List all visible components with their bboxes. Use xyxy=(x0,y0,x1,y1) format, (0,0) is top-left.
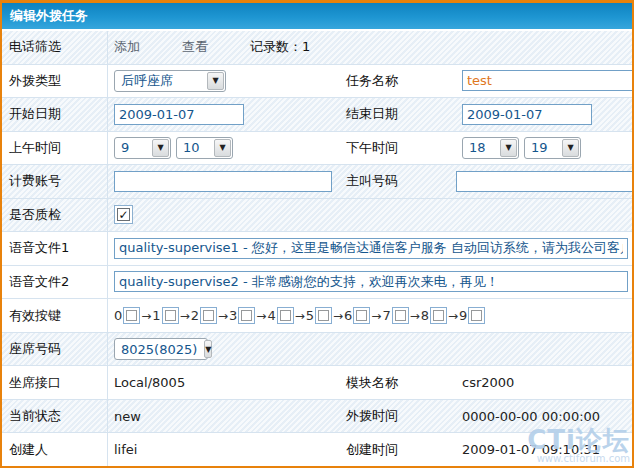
voice-file1-input[interactable] xyxy=(114,238,628,259)
task-name-label: 任务名称 xyxy=(346,72,462,90)
agent-number-value: 8025(8025) xyxy=(115,342,203,357)
voice-file2-label: 语音文件2 xyxy=(2,266,108,299)
key-2-checkbox[interactable] xyxy=(200,307,217,324)
chevron-down-icon[interactable]: ▼ xyxy=(562,139,579,157)
valid-keys-group: 0 → 1 → 2 → 3 → 4 → 5 → 6 → 7 → 8 xyxy=(114,307,485,324)
outbound-type-select[interactable]: 后呼座席 ▼ xyxy=(114,70,226,92)
row-billing-caller: 计费账号 主叫号码 xyxy=(2,165,632,199)
chevron-down-icon[interactable]: ▼ xyxy=(500,139,517,157)
key-1-checkbox[interactable] xyxy=(162,307,179,324)
row-creator-createtime: 创建人 lifei 创建时间 2009-01-07 09:10:31 xyxy=(2,433,632,466)
key-7-checkbox[interactable] xyxy=(392,307,409,324)
end-date-label: 结束日期 xyxy=(346,105,462,123)
chevron-down-icon[interactable]: ▼ xyxy=(152,139,169,157)
row-voice-file1: 语音文件1 xyxy=(2,232,632,266)
window-title-bar: 编辑外拨任务 xyxy=(2,3,632,29)
am-time-from-select[interactable]: 9 ▼ xyxy=(114,137,171,159)
agent-interface-label: 坐席接口 xyxy=(2,366,108,399)
row-valid-keys: 有效按键 0 → 1 → 2 → 3 → 4 → 5 → 6 → 7 xyxy=(2,299,632,333)
edit-outbound-task-window: 编辑外拨任务 电话筛选 添加 查看 记录数：1 外拨类型 后呼座席 ▼ 任务名称 xyxy=(0,0,634,468)
row-times: 上午时间 9 ▼ 10 ▼ 下午时间 18 ▼ 19 ▼ xyxy=(2,132,632,166)
checkmark-icon: ✓ xyxy=(117,208,130,221)
record-count: 记录数：1 xyxy=(250,38,310,56)
am-time-from-value: 9 xyxy=(115,140,151,155)
caller-number-input[interactable] xyxy=(456,171,634,192)
pm-time-from-value: 18 xyxy=(463,140,499,155)
row-quality-check: 是否质检 ✓ xyxy=(2,199,632,233)
arrow-right-icon: → xyxy=(180,309,190,323)
module-name-value: csr2000 xyxy=(462,375,514,390)
outbound-type-value: 后呼座席 xyxy=(115,72,206,90)
view-button[interactable]: 查看 xyxy=(182,38,208,56)
quality-check-checkbox[interactable]: ✓ xyxy=(114,205,133,224)
phone-filter-label: 电话筛选 xyxy=(2,31,108,64)
row-type-taskname: 外拨类型 后呼座席 ▼ 任务名称 xyxy=(2,65,632,99)
pm-time-from-select[interactable]: 18 ▼ xyxy=(462,137,519,159)
key-8-checkbox[interactable] xyxy=(430,307,447,324)
key-9-checkbox[interactable] xyxy=(468,307,485,324)
voice-file2-input[interactable] xyxy=(114,271,628,292)
billing-account-input[interactable] xyxy=(114,171,332,192)
valid-keys-label: 有效按键 xyxy=(2,299,108,332)
add-button[interactable]: 添加 xyxy=(114,38,140,56)
arrow-right-icon: → xyxy=(295,309,305,323)
key-digit: 6 xyxy=(344,308,352,323)
start-date-label: 开始日期 xyxy=(2,98,108,131)
row-dates: 开始日期 结束日期 xyxy=(2,98,632,132)
pm-time-label: 下午时间 xyxy=(346,139,462,157)
row-agent-number: 座席号码 8025(8025) ▼ xyxy=(2,333,632,367)
arrow-right-icon: → xyxy=(333,309,343,323)
arrow-right-icon: → xyxy=(141,309,151,323)
current-status-label: 当前状态 xyxy=(2,400,108,433)
key-digit: 3 xyxy=(229,308,237,323)
arrow-right-icon: → xyxy=(448,309,458,323)
outbound-time-label: 外拨时间 xyxy=(346,407,462,425)
quality-check-label: 是否质检 xyxy=(2,199,108,232)
arrow-right-icon: → xyxy=(410,309,420,323)
form-table: 电话筛选 添加 查看 记录数：1 外拨类型 后呼座席 ▼ 任务名称 开始日 xyxy=(2,31,632,466)
row-interface-module: 坐席接口 Local/8005 模块名称 csr2000 xyxy=(2,366,632,400)
agent-number-select[interactable]: 8025(8025) ▼ xyxy=(114,338,208,360)
key-0-checkbox[interactable] xyxy=(123,307,140,324)
key-digit: 9 xyxy=(459,308,467,323)
key-4-checkbox[interactable] xyxy=(277,307,294,324)
pm-time-to-value: 19 xyxy=(525,140,561,155)
arrow-right-icon: → xyxy=(218,309,228,323)
key-digit: 0 xyxy=(114,308,122,323)
key-5-checkbox[interactable] xyxy=(315,307,332,324)
row-phone-filter: 电话筛选 添加 查看 记录数：1 xyxy=(2,31,632,65)
create-time-label: 创建时间 xyxy=(346,441,462,459)
pm-time-to-select[interactable]: 19 ▼ xyxy=(524,137,581,159)
end-date-input[interactable] xyxy=(462,104,592,125)
chevron-down-icon[interactable]: ▼ xyxy=(207,72,224,90)
key-digit: 1 xyxy=(152,308,160,323)
key-6-checkbox[interactable] xyxy=(353,307,370,324)
key-digit: 5 xyxy=(306,308,314,323)
agent-number-label: 座席号码 xyxy=(2,333,108,366)
key-3-checkbox[interactable] xyxy=(238,307,255,324)
chevron-down-icon[interactable]: ▼ xyxy=(204,340,212,358)
voice-file1-label: 语音文件1 xyxy=(2,232,108,265)
row-status-outboundtime: 当前状态 new 外拨时间 0000-00-00 00:00:00 xyxy=(2,400,632,434)
key-digit: 4 xyxy=(267,308,275,323)
create-time-value: 2009-01-07 09:10:31 xyxy=(462,442,600,457)
start-date-input[interactable] xyxy=(114,104,244,125)
chevron-down-icon[interactable]: ▼ xyxy=(214,139,231,157)
current-status-value: new xyxy=(114,409,141,424)
module-name-label: 模块名称 xyxy=(346,374,462,392)
key-digit: 7 xyxy=(382,308,390,323)
arrow-right-icon: → xyxy=(371,309,381,323)
creator-value: lifei xyxy=(114,442,137,457)
caller-number-label: 主叫号码 xyxy=(346,172,456,190)
key-digit: 2 xyxy=(191,308,199,323)
am-time-to-value: 10 xyxy=(177,140,213,155)
outbound-type-label: 外拨类型 xyxy=(2,65,108,98)
agent-interface-value: Local/8005 xyxy=(114,375,185,390)
outbound-time-value: 0000-00-00 00:00:00 xyxy=(462,409,600,424)
am-time-to-select[interactable]: 10 ▼ xyxy=(176,137,233,159)
creator-label: 创建人 xyxy=(2,433,108,466)
task-name-input[interactable] xyxy=(462,70,634,91)
page-title: 编辑外拨任务 xyxy=(10,7,88,25)
key-digit: 8 xyxy=(421,308,429,323)
arrow-right-icon: → xyxy=(256,309,266,323)
